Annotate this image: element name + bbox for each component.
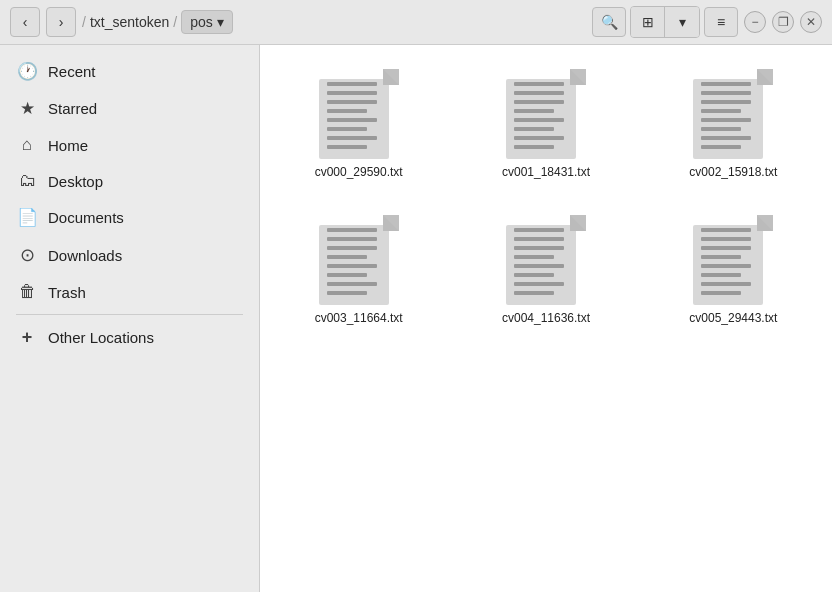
sidebar-item-home-label: Home xyxy=(48,137,88,154)
file-line xyxy=(514,136,564,140)
file-icon xyxy=(693,215,773,305)
sidebar-item-documents[interactable]: 📄 Documents xyxy=(0,199,259,236)
file-area: cv000_29590.txt cv001_18431.txt xyxy=(260,45,832,592)
forward-button[interactable]: › xyxy=(46,7,76,37)
file-line xyxy=(701,246,751,250)
file-line xyxy=(514,91,564,95)
sidebar-item-recent-label: Recent xyxy=(48,63,96,80)
home-icon: ⌂ xyxy=(16,135,38,155)
list-view-button[interactable]: ⊞ xyxy=(631,7,665,37)
file-line xyxy=(327,100,377,104)
file-item[interactable]: cv004_11636.txt xyxy=(467,207,624,333)
breadcrumb: / txt_sentoken / pos ▾ xyxy=(82,10,233,34)
search-icon: 🔍 xyxy=(601,14,618,30)
file-item[interactable]: cv000_29590.txt xyxy=(280,61,437,187)
sidebar-item-trash[interactable]: 🗑 Trash xyxy=(0,274,259,310)
file-line xyxy=(327,228,377,232)
file-name: cv003_11664.txt xyxy=(315,311,403,325)
sidebar-item-starred[interactable]: ★ Starred xyxy=(0,90,259,127)
sidebar: 🕐 Recent ★ Starred ⌂ Home 🗂 Desktop 📄 Do… xyxy=(0,45,260,592)
file-line xyxy=(514,237,564,241)
dropdown-chevron-icon: ▾ xyxy=(679,14,686,30)
sidebar-item-starred-label: Starred xyxy=(48,100,97,117)
sidebar-item-desktop[interactable]: 🗂 Desktop xyxy=(0,163,259,199)
close-button[interactable]: ✕ xyxy=(800,11,822,33)
file-name: cv004_11636.txt xyxy=(502,311,590,325)
file-icon xyxy=(693,69,773,159)
back-button[interactable]: ‹ xyxy=(10,7,40,37)
view-toggle-group: ⊞ ▾ xyxy=(630,6,700,38)
file-line xyxy=(327,136,377,140)
minimize-button[interactable]: − xyxy=(744,11,766,33)
sidebar-item-recent[interactable]: 🕐 Recent xyxy=(0,53,259,90)
file-name: cv001_18431.txt xyxy=(502,165,590,179)
file-line xyxy=(327,109,367,113)
file-icon xyxy=(319,69,399,159)
file-fold xyxy=(383,69,399,85)
sidebar-item-home[interactable]: ⌂ Home xyxy=(0,127,259,163)
file-line xyxy=(701,91,751,95)
trash-icon: 🗑 xyxy=(16,282,38,302)
file-line xyxy=(701,291,741,295)
breadcrumb-sep2: / xyxy=(173,14,177,30)
file-item[interactable]: cv003_11664.txt xyxy=(280,207,437,333)
file-line xyxy=(514,282,564,286)
sidebar-item-downloads-label: Downloads xyxy=(48,247,122,264)
file-name: cv005_29443.txt xyxy=(689,311,777,325)
file-line xyxy=(327,246,377,250)
sidebar-item-downloads[interactable]: ⊙ Downloads xyxy=(0,236,259,274)
file-name: cv000_29590.txt xyxy=(315,165,403,179)
file-line xyxy=(514,228,564,232)
file-line xyxy=(514,82,564,86)
maximize-button[interactable]: ❐ xyxy=(772,11,794,33)
file-lines xyxy=(514,82,564,149)
view-dropdown-button[interactable]: ▾ xyxy=(665,7,699,37)
minimize-icon: − xyxy=(751,15,758,29)
file-line xyxy=(701,118,751,122)
list-view-icon: ⊞ xyxy=(642,14,654,30)
file-line xyxy=(327,145,367,149)
menu-button[interactable]: ≡ xyxy=(704,7,738,37)
sidebar-item-other-locations-label: Other Locations xyxy=(48,329,154,346)
file-lines xyxy=(327,82,377,149)
file-line xyxy=(514,109,554,113)
recent-icon: 🕐 xyxy=(16,61,38,82)
downloads-icon: ⊙ xyxy=(16,244,38,266)
sidebar-item-desktop-label: Desktop xyxy=(48,173,103,190)
file-item[interactable]: cv002_15918.txt xyxy=(655,61,812,187)
dropdown-arrow-icon: ▾ xyxy=(217,14,224,30)
breadcrumb-current[interactable]: pos ▾ xyxy=(181,10,233,34)
file-line xyxy=(701,145,741,149)
sidebar-divider xyxy=(16,314,243,315)
file-line xyxy=(327,282,377,286)
file-line xyxy=(701,255,741,259)
file-line xyxy=(514,255,554,259)
file-fold xyxy=(570,69,586,85)
file-fold xyxy=(570,215,586,231)
file-line xyxy=(514,264,564,268)
file-line xyxy=(327,91,377,95)
file-line xyxy=(514,127,554,131)
file-item[interactable]: cv001_18431.txt xyxy=(467,61,624,187)
file-line xyxy=(327,273,367,277)
file-line xyxy=(327,127,367,131)
file-line xyxy=(514,118,564,122)
search-button[interactable]: 🔍 xyxy=(592,7,626,37)
file-line xyxy=(327,255,367,259)
close-icon: ✕ xyxy=(806,15,816,29)
file-icon xyxy=(506,69,586,159)
toolbar-right: 🔍 ⊞ ▾ ≡ − ❐ ✕ xyxy=(592,6,822,38)
file-line xyxy=(514,291,554,295)
maximize-icon: ❐ xyxy=(778,15,789,29)
desktop-icon: 🗂 xyxy=(16,171,38,191)
file-line xyxy=(701,127,741,131)
file-lines xyxy=(327,228,377,295)
sidebar-item-trash-label: Trash xyxy=(48,284,86,301)
file-item[interactable]: cv005_29443.txt xyxy=(655,207,812,333)
file-line xyxy=(514,273,554,277)
file-line xyxy=(514,145,554,149)
plus-icon: + xyxy=(16,327,38,348)
sidebar-item-other-locations[interactable]: + Other Locations xyxy=(0,319,259,356)
file-lines xyxy=(701,82,751,149)
main-content: 🕐 Recent ★ Starred ⌂ Home 🗂 Desktop 📄 Do… xyxy=(0,45,832,592)
